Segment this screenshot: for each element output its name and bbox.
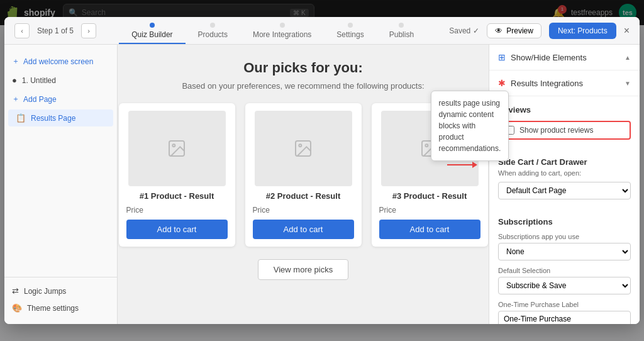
modal: ‹ Step 1 of 5 › Quiz Builder Products re… — [4, 17, 640, 25]
close-button[interactable]: × — [624, 25, 630, 26]
preview-button[interactable]: 👁 Preview — [487, 23, 541, 26]
progress-tabs: Quiz Builder Products results page using… — [104, 23, 441, 26]
forward-button[interactable]: › — [81, 23, 96, 26]
back-button[interactable]: ‹ — [14, 23, 30, 26]
tab-quiz-builder[interactable]: Quiz Builder — [119, 23, 185, 26]
tab-dot — [348, 23, 353, 26]
modal-overlay: ‹ Step 1 of 5 › Quiz Builder Products re… — [0, 0, 644, 25]
tab-dot — [280, 23, 285, 26]
tab-products[interactable]: Products results page using dynamic cont… — [186, 23, 240, 26]
modal-header: ‹ Step 1 of 5 › Quiz Builder Products re… — [4, 17, 640, 25]
tab-more-integrations[interactable]: More Integrations — [240, 23, 324, 26]
tab-dot — [399, 23, 404, 26]
tab-settings[interactable]: Settings — [324, 23, 376, 26]
tab-dot — [150, 23, 155, 26]
tab-dot — [210, 23, 215, 26]
next-button[interactable]: Next: Products — [549, 23, 616, 26]
tab-publish[interactable]: Publish — [377, 23, 426, 26]
